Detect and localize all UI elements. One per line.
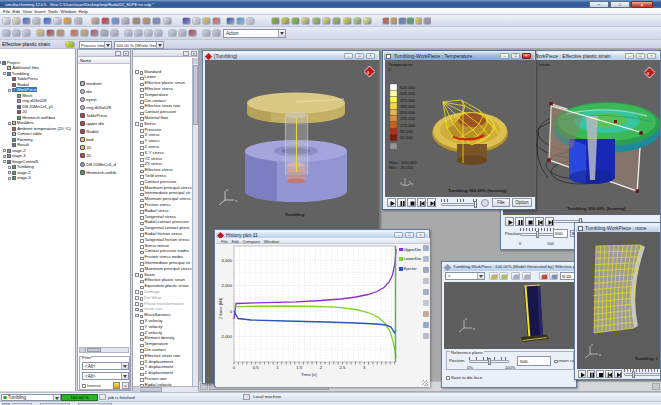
svg-text:z: z xyxy=(226,187,228,192)
svg-text:z: z xyxy=(591,343,593,347)
svg-text:x: x xyxy=(599,353,601,357)
svg-text:x: x xyxy=(473,327,475,331)
svg-text:z: z xyxy=(465,317,467,321)
svg-text:x: x xyxy=(411,181,413,186)
svg-text:x: x xyxy=(235,198,237,203)
